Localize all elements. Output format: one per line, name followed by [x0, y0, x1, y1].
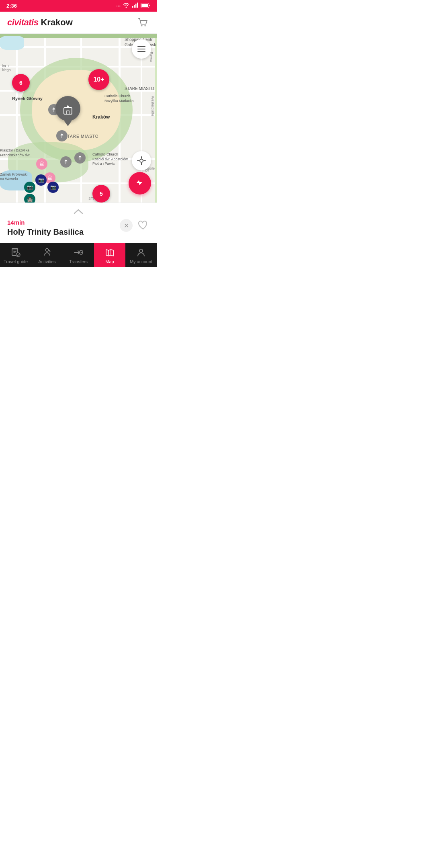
svg-point-12 [140, 159, 143, 162]
road-v6 [155, 34, 157, 203]
battery-icon [141, 3, 150, 9]
pin-gray-3[interactable] [74, 152, 86, 164]
bottom-navigation: Travel guide Activities Transfers Map [0, 243, 157, 267]
cluster-6[interactable]: 6 [12, 74, 30, 92]
location-button[interactable] [132, 151, 151, 170]
svg-rect-1 [134, 5, 135, 8]
pawia-label: Pawia [149, 52, 154, 62]
rynek-label: Rynek Główny [12, 96, 43, 101]
svg-rect-0 [132, 6, 133, 8]
nav-travel-guide-label: Travel guide [4, 259, 28, 264]
svg-point-7 [145, 25, 146, 27]
nav-transfers[interactable]: Transfers [63, 243, 94, 267]
cluster-10plus[interactable]: 10+ [88, 69, 109, 90]
pin-gray-4[interactable] [60, 156, 72, 168]
signal-icon [132, 2, 138, 9]
im-label: im. T.kiego [2, 64, 11, 72]
westerplatte-label: Westerplatte [151, 96, 155, 116]
card-time: 14min [7, 219, 84, 226]
nav-map-label: Map [105, 259, 114, 264]
svg-point-23 [139, 249, 143, 252]
stare-miasto-label: STARE MIASTO [64, 134, 99, 139]
krakow-label: Kraków [92, 114, 110, 120]
collapse-handle[interactable] [7, 208, 149, 219]
pin-navy-2[interactable]: 📷 [47, 182, 59, 193]
card-close-button[interactable]: ✕ [120, 219, 133, 232]
civitatis-logo: civitatis [7, 17, 38, 28]
pin-gray-2[interactable] [56, 130, 68, 141]
svg-point-6 [141, 25, 143, 27]
nav-my-account[interactable]: My account [125, 243, 157, 267]
cluster-5[interactable]: 5 [92, 185, 110, 203]
castle-label: Zamek Królewskina Wawelu [0, 172, 28, 182]
app-logo: civitatis Krakow [7, 17, 73, 28]
status-time: 2:36 [6, 3, 17, 9]
card-info: 14min Holy Trinity Basilica [7, 219, 84, 237]
nav-transfers-label: Transfers [69, 259, 88, 264]
navigate-fab[interactable] [129, 172, 151, 194]
pin-teal-wawel[interactable]: 🏰 [24, 194, 35, 203]
map-menu-button[interactable] [132, 39, 151, 59]
svg-point-19 [46, 249, 49, 252]
status-icons: ··· [116, 2, 150, 9]
pin-pink-1[interactable]: 🏛 [36, 158, 47, 170]
pin-navy-1[interactable]: 📷 [35, 174, 47, 186]
card-title: Holy Trinity Basilica [7, 227, 84, 237]
pin-teal-2[interactable]: 📷 [24, 182, 35, 193]
church1-label: Catholic ChurchBazylika Mariacka [104, 94, 134, 103]
monastery-label: Klasztor i BazylikaFranciszkanów św... [0, 148, 33, 158]
water-feature-tl [0, 36, 24, 50]
district-label: STARE MIASTO [125, 86, 154, 91]
svg-rect-2 [135, 4, 137, 8]
signal-dots-icon: ··· [116, 3, 121, 9]
svg-rect-3 [137, 3, 138, 8]
svg-rect-5 [141, 4, 148, 7]
cart-button[interactable] [136, 16, 149, 29]
nav-activities[interactable]: Activities [31, 243, 63, 267]
map-view[interactable]: Shopping Centr Galeria Krakowsk Rynek Gł… [0, 34, 157, 203]
bottom-card: 14min Holy Trinity Basilica ✕ [0, 203, 157, 243]
selected-church-pin[interactable] [55, 96, 80, 126]
nav-map[interactable]: Map [94, 243, 125, 267]
card-favorite-button[interactable] [137, 219, 149, 232]
app-header: civitatis Krakow [0, 12, 157, 34]
card-content-row: 14min Holy Trinity Basilica ✕ [7, 219, 149, 237]
card-actions: ✕ [120, 219, 149, 232]
church2-label: Catholic ChurchKościół św. ApostołówPiot… [92, 152, 128, 166]
status-bar: 2:36 ··· [0, 0, 157, 12]
nav-travel-guide[interactable]: Travel guide [0, 243, 31, 267]
city-name: Krakow [41, 17, 72, 28]
wifi-icon [123, 2, 129, 9]
nav-my-account-label: My account [130, 259, 152, 264]
nav-activities-label: Activities [38, 259, 55, 264]
